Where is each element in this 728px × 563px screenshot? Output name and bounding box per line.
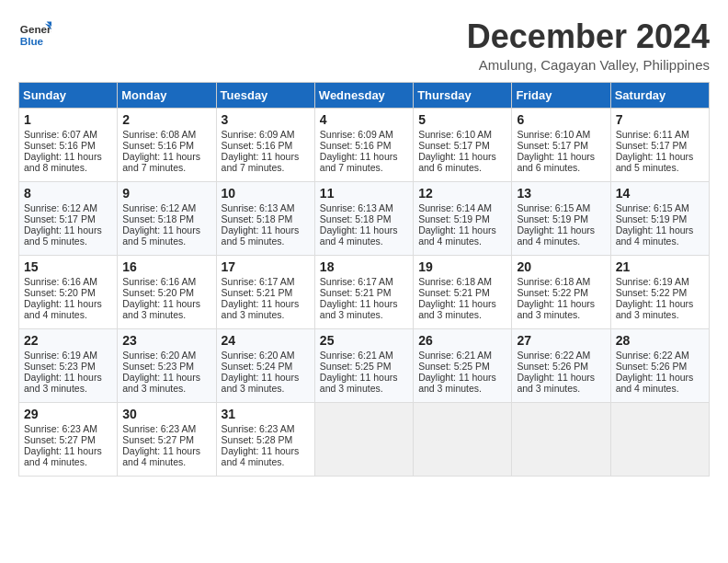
- sunrise-text: Sunrise: 6:20 AM: [222, 350, 295, 361]
- day-number: 21: [616, 259, 704, 274]
- sunrise-text: Sunrise: 6:10 AM: [517, 129, 590, 140]
- calendar-cell: 11Sunrise: 6:13 AMSunset: 5:18 PMDayligh…: [314, 181, 413, 255]
- sunrise-text: Sunrise: 6:16 AM: [24, 276, 97, 287]
- sunrise-text: Sunrise: 6:14 AM: [418, 202, 492, 213]
- day-number: 8: [24, 186, 112, 201]
- sunset-text: Sunset: 5:27 PM: [24, 434, 96, 445]
- day-number: 25: [320, 333, 408, 348]
- calendar-cell: 18Sunrise: 6:17 AMSunset: 5:21 PMDayligh…: [314, 255, 413, 328]
- day-number: 29: [24, 407, 112, 421]
- day-number: 27: [517, 333, 605, 348]
- sunset-text: Sunset: 5:18 PM: [122, 213, 194, 224]
- daylight-text: Daylight: 11 hours and 4 minutes.: [24, 445, 102, 467]
- calendar-cell: 26Sunrise: 6:21 AMSunset: 5:25 PMDayligh…: [414, 328, 512, 402]
- day-number: 1: [24, 112, 112, 127]
- sunset-text: Sunset: 5:25 PM: [418, 361, 490, 372]
- sunrise-text: Sunrise: 6:15 AM: [616, 202, 689, 213]
- daylight-text: Daylight: 11 hours and 4 minutes.: [616, 224, 694, 247]
- daylight-text: Daylight: 11 hours and 4 minutes.: [24, 298, 102, 320]
- calendar-cell: 19Sunrise: 6:18 AMSunset: 5:21 PMDayligh…: [414, 255, 512, 328]
- day-number: 2: [122, 112, 210, 127]
- sunset-text: Sunset: 5:16 PM: [122, 140, 194, 151]
- sunrise-text: Sunrise: 6:13 AM: [222, 202, 295, 213]
- day-number: 6: [517, 112, 605, 127]
- daylight-text: Daylight: 11 hours and 4 minutes.: [122, 445, 200, 467]
- daylight-text: Daylight: 11 hours and 3 minutes.: [222, 372, 300, 394]
- calendar-cell: [314, 402, 413, 476]
- calendar-table: SundayMondayTuesdayWednesdayThursdayFrid…: [18, 82, 710, 477]
- daylight-text: Daylight: 11 hours and 3 minutes.: [517, 298, 595, 320]
- calendar-cell: 16Sunrise: 6:16 AMSunset: 5:20 PMDayligh…: [118, 255, 216, 328]
- sunrise-text: Sunrise: 6:18 AM: [517, 276, 590, 287]
- sunset-text: Sunset: 5:21 PM: [418, 287, 490, 298]
- sunset-text: Sunset: 5:17 PM: [418, 140, 490, 151]
- calendar-header-wednesday: Wednesday: [314, 82, 413, 108]
- calendar-cell: 25Sunrise: 6:21 AMSunset: 5:25 PMDayligh…: [314, 328, 413, 402]
- day-number: 20: [517, 259, 605, 274]
- sunrise-text: Sunrise: 6:21 AM: [418, 350, 492, 361]
- daylight-text: Daylight: 11 hours and 6 minutes.: [517, 151, 595, 173]
- sunrise-text: Sunrise: 6:22 AM: [616, 350, 689, 361]
- calendar-cell: 2Sunrise: 6:08 AMSunset: 5:16 PMDaylight…: [118, 108, 216, 181]
- sunset-text: Sunset: 5:18 PM: [320, 213, 392, 224]
- day-number: 22: [24, 333, 112, 348]
- daylight-text: Daylight: 11 hours and 5 minutes.: [24, 224, 102, 247]
- day-number: 26: [418, 333, 506, 348]
- day-number: 28: [616, 333, 704, 348]
- day-number: 31: [222, 407, 310, 421]
- calendar-cell: 14Sunrise: 6:15 AMSunset: 5:19 PMDayligh…: [610, 181, 709, 255]
- calendar-week-3: 15Sunrise: 6:16 AMSunset: 5:20 PMDayligh…: [19, 255, 710, 328]
- daylight-text: Daylight: 11 hours and 3 minutes.: [122, 372, 200, 394]
- daylight-text: Daylight: 11 hours and 7 minutes.: [122, 151, 200, 173]
- logo-icon: General Blue: [18, 18, 51, 52]
- sunset-text: Sunset: 5:17 PM: [517, 140, 588, 151]
- calendar-cell: [512, 402, 610, 476]
- title-area: December 2024 Amulung, Cagayan Valley, P…: [467, 18, 710, 73]
- daylight-text: Daylight: 11 hours and 7 minutes.: [320, 151, 398, 173]
- calendar-cell: 13Sunrise: 6:15 AMSunset: 5:19 PMDayligh…: [512, 181, 610, 255]
- calendar-week-5: 29Sunrise: 6:23 AMSunset: 5:27 PMDayligh…: [19, 402, 710, 476]
- sunset-text: Sunset: 5:21 PM: [320, 287, 392, 298]
- calendar-header-monday: Monday: [118, 82, 216, 108]
- sunset-text: Sunset: 5:26 PM: [517, 361, 588, 372]
- logo: General Blue: [18, 18, 51, 52]
- daylight-text: Daylight: 11 hours and 3 minutes.: [320, 372, 398, 394]
- daylight-text: Daylight: 11 hours and 3 minutes.: [616, 298, 694, 320]
- sunset-text: Sunset: 5:26 PM: [616, 361, 688, 372]
- sunrise-text: Sunrise: 6:12 AM: [122, 202, 196, 213]
- day-number: 15: [24, 259, 112, 274]
- sunrise-text: Sunrise: 6:23 AM: [122, 423, 196, 434]
- calendar-cell: 24Sunrise: 6:20 AMSunset: 5:24 PMDayligh…: [216, 328, 314, 402]
- sunset-text: Sunset: 5:16 PM: [24, 140, 96, 151]
- sunrise-text: Sunrise: 6:13 AM: [320, 202, 393, 213]
- calendar-cell: 1Sunrise: 6:07 AMSunset: 5:16 PMDaylight…: [19, 108, 118, 181]
- sunrise-text: Sunrise: 6:22 AM: [517, 350, 590, 361]
- calendar-cell: 5Sunrise: 6:10 AMSunset: 5:17 PMDaylight…: [414, 108, 512, 181]
- calendar-body: 1Sunrise: 6:07 AMSunset: 5:16 PMDaylight…: [19, 108, 710, 476]
- svg-text:Blue: Blue: [20, 35, 44, 47]
- day-number: 3: [222, 112, 310, 127]
- daylight-text: Daylight: 11 hours and 6 minutes.: [418, 151, 496, 173]
- sunrise-text: Sunrise: 6:21 AM: [320, 350, 393, 361]
- day-number: 23: [122, 333, 210, 348]
- calendar-cell: 27Sunrise: 6:22 AMSunset: 5:26 PMDayligh…: [512, 328, 610, 402]
- calendar-cell: 3Sunrise: 6:09 AMSunset: 5:16 PMDaylight…: [216, 108, 314, 181]
- day-number: 12: [418, 186, 506, 201]
- sunset-text: Sunset: 5:16 PM: [222, 140, 293, 151]
- calendar-week-2: 8Sunrise: 6:12 AMSunset: 5:17 PMDaylight…: [19, 181, 710, 255]
- sunrise-text: Sunrise: 6:17 AM: [222, 276, 295, 287]
- sunset-text: Sunset: 5:22 PM: [616, 287, 688, 298]
- sunrise-text: Sunrise: 6:09 AM: [320, 129, 393, 140]
- daylight-text: Daylight: 11 hours and 4 minutes.: [418, 224, 496, 247]
- daylight-text: Daylight: 11 hours and 3 minutes.: [122, 298, 200, 320]
- daylight-text: Daylight: 11 hours and 3 minutes.: [418, 298, 496, 320]
- calendar-header-sunday: Sunday: [19, 82, 118, 108]
- day-number: 13: [517, 186, 605, 201]
- sunrise-text: Sunrise: 6:18 AM: [418, 276, 492, 287]
- calendar-header-thursday: Thursday: [414, 82, 512, 108]
- calendar-week-4: 22Sunrise: 6:19 AMSunset: 5:23 PMDayligh…: [19, 328, 710, 402]
- daylight-text: Daylight: 11 hours and 4 minutes.: [517, 224, 595, 247]
- calendar-header-tuesday: Tuesday: [216, 82, 314, 108]
- sunset-text: Sunset: 5:21 PM: [222, 287, 293, 298]
- calendar-header-row: SundayMondayTuesdayWednesdayThursdayFrid…: [19, 82, 710, 108]
